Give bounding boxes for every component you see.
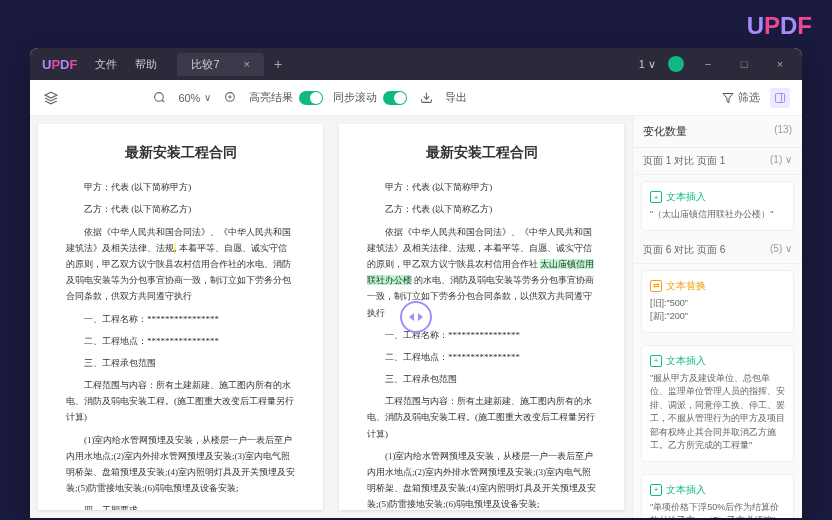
filter-button[interactable]: 筛选: [722, 90, 760, 105]
menu-help[interactable]: 帮助: [135, 57, 157, 72]
doc-paragraph: 甲方：代表 (以下简称甲方): [66, 179, 295, 195]
zoom-in-icon[interactable]: [221, 89, 239, 107]
window-maximize-button[interactable]: □: [732, 58, 756, 70]
filter-icon: [722, 92, 734, 104]
toolbar: 60% ∨ 高亮结果 同步滚动 导出 筛选: [30, 80, 802, 116]
sync-scroll-toggle-group: 同步滚动: [333, 90, 407, 105]
right-document-pane[interactable]: 最新安装工程合同 甲方：代表 (以下简称甲方) 乙方：代表 (以下简称乙方) 依…: [331, 116, 632, 518]
doc-paragraph: 一、工程名称：****************: [367, 327, 596, 343]
titlebar: UPDF 文件 帮助 比较7 × + 1 ∨ − □ ×: [30, 48, 802, 80]
tab-label: 比较7: [191, 57, 219, 72]
svg-marker-7: [723, 93, 733, 102]
insert-icon: +: [650, 355, 662, 367]
window-close-button[interactable]: ×: [768, 58, 792, 70]
doc-paragraph: (1)室内给水管网预埋及安装，从楼层一户一表后至户内用水地点;(2)室内外排水管…: [367, 448, 596, 510]
app-watermark: UPDF: [747, 12, 812, 40]
page-section-1[interactable]: 页面 1 对比 页面 1 (1) ∨: [633, 148, 802, 175]
left-page: 最新安装工程合同 甲方：代表 (以下简称甲方) 乙方：代表 (以下简称乙方) 依…: [38, 124, 323, 510]
zoom-control[interactable]: 60% ∨: [178, 92, 211, 104]
doc-paragraph: 甲方：代表 (以下简称甲方): [367, 179, 596, 195]
change-type-replace: ⇄ 文本替换: [650, 279, 785, 293]
doc-paragraph: 四、工期要求: [66, 502, 295, 510]
doc-paragraph: 工程范围与内容：所有土建新建、施工图内所有的水电、消防及弱电安装工程。(施工图重…: [66, 377, 295, 426]
panel-icon: [774, 92, 786, 104]
doc-paragraph: 二、工程地点：****************: [66, 333, 295, 349]
layers-icon[interactable]: [42, 89, 60, 107]
svg-marker-0: [45, 92, 57, 98]
insert-icon: +: [650, 191, 662, 203]
svg-point-1: [155, 93, 164, 102]
doc-paragraph: 二、工程地点：****************: [367, 349, 596, 365]
doc-paragraph: 依据《中华人民共和国合同法》、《中华人民共和国建筑法》及相关法律、法规, 本着平…: [66, 224, 295, 305]
doc-paragraph: 三、工程承包范围: [367, 371, 596, 387]
export-icon[interactable]: [417, 89, 435, 107]
search-icon[interactable]: [150, 89, 168, 107]
right-page: 最新安装工程合同 甲方：代表 (以下简称甲方) 乙方：代表 (以下简称乙方) 依…: [339, 124, 624, 510]
svg-rect-8: [776, 93, 785, 102]
tab-add-button[interactable]: +: [274, 56, 282, 72]
insert-icon: +: [650, 484, 662, 496]
svg-line-2: [162, 100, 164, 102]
change-type-insert: + 文本插入: [650, 483, 785, 497]
change-card[interactable]: ⇄ 文本替换 [旧]:"500" [新]:"200": [641, 270, 794, 333]
panel-toggle-button[interactable]: [770, 88, 790, 108]
left-document-pane[interactable]: 最新安装工程合同 甲方：代表 (以下简称甲方) 乙方：代表 (以下简称乙方) 依…: [30, 116, 331, 518]
change-card[interactable]: + 文本插入 "（太山庙镇信用联社办公楼）": [641, 181, 794, 231]
version-dropdown[interactable]: 1 ∨: [639, 58, 656, 71]
highlight-toggle-group: 高亮结果: [249, 90, 323, 105]
change-type-insert: + 文本插入: [650, 354, 785, 368]
change-card[interactable]: + 文本插入 "单项价格下浮50%后作为结算价款付给乙方。（7）乙方必须按": [641, 474, 794, 519]
doc-title: 最新安装工程合同: [66, 140, 295, 165]
app-logo: UPDF: [42, 57, 77, 72]
sidebar-header: 变化数量 (13): [633, 116, 802, 148]
pane-divider-handle[interactable]: [400, 301, 432, 333]
doc-paragraph: 一、工程名称：****************: [66, 311, 295, 327]
user-avatar[interactable]: [668, 56, 684, 72]
page-section-6[interactable]: 页面 6 对比 页面 6 (5) ∨: [633, 237, 802, 264]
changes-sidebar: 变化数量 (13) 页面 1 对比 页面 1 (1) ∨ + 文本插入 "（太山…: [632, 116, 802, 518]
doc-paragraph: (1)室内给水管网预埋及安装，从楼层一户一表后至户内用水地点;(2)室内外排水管…: [66, 432, 295, 497]
doc-paragraph: 依据《中华人民共和国合同法》、《中华人民共和国建筑法》及相关法律、法规，本着平等…: [367, 224, 596, 321]
highlight-toggle[interactable]: [299, 91, 323, 105]
doc-paragraph: 工程范围与内容：所有土建新建、施工图内所有的水电、消防及弱电安装工程。(施工图重…: [367, 393, 596, 442]
replace-icon: ⇄: [650, 280, 662, 292]
doc-paragraph: 三、工程承包范围: [66, 355, 295, 371]
total-count-badge: (13): [774, 124, 792, 139]
change-card[interactable]: + 文本插入 "服从甲方及建设单位、总包单位、监理单位管理人员的指挥、安排、调派…: [641, 345, 794, 462]
export-label: 导出: [445, 90, 467, 105]
app-window: UPDF 文件 帮助 比较7 × + 1 ∨ − □ × 60% ∨: [30, 48, 802, 518]
change-type-insert: + 文本插入: [650, 190, 785, 204]
sync-scroll-toggle[interactable]: [383, 91, 407, 105]
main-content: 最新安装工程合同 甲方：代表 (以下简称甲方) 乙方：代表 (以下简称乙方) 依…: [30, 116, 802, 518]
highlighted-text: ,: [174, 243, 176, 253]
tab-close-icon[interactable]: ×: [244, 58, 250, 70]
document-tab[interactable]: 比较7 ×: [177, 53, 264, 76]
menu-file[interactable]: 文件: [95, 57, 117, 72]
doc-title: 最新安装工程合同: [367, 140, 596, 165]
chevron-down-icon: ∨: [204, 92, 211, 103]
doc-paragraph: 乙方：代表 (以下简称乙方): [66, 201, 295, 217]
doc-paragraph: 乙方：代表 (以下简称乙方): [367, 201, 596, 217]
window-minimize-button[interactable]: −: [696, 58, 720, 70]
